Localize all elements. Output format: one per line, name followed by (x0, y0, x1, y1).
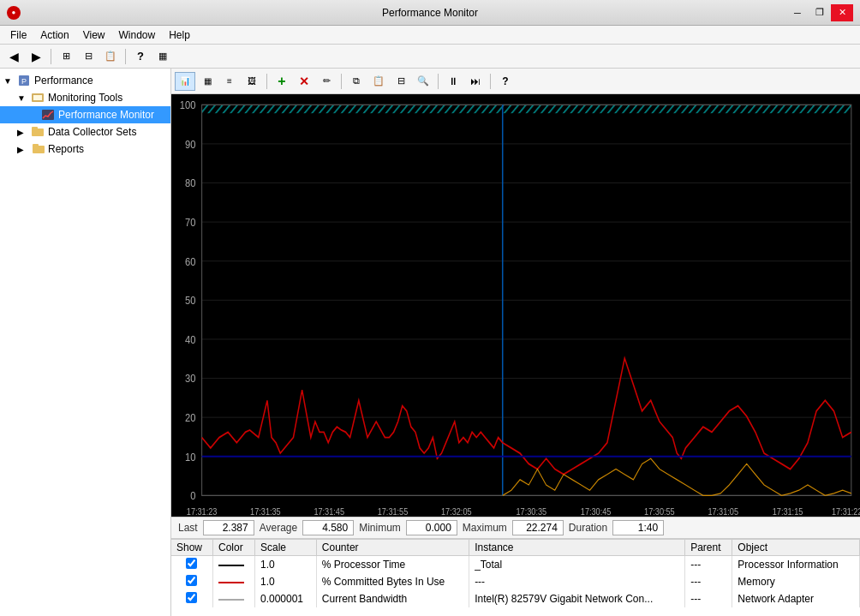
row-parent-1: --- (685, 556, 732, 574)
average-label: Average (260, 522, 297, 534)
minimum-label: Minimum (359, 522, 401, 534)
svg-text:20: 20 (185, 411, 196, 424)
show-checkbox-3[interactable] (186, 592, 197, 603)
row-counter-3: Current Bandwidth (316, 590, 469, 607)
menu-view[interactable]: View (76, 26, 112, 44)
properties2-button[interactable]: ⊟ (391, 72, 411, 91)
last-label: Last (178, 522, 198, 534)
svg-text:50: 50 (185, 294, 196, 307)
window-controls: ─ ❐ ✕ (786, 4, 853, 21)
sidebar: ▼ P Performance ▼ Monitoring Tools Perfo… (0, 69, 171, 616)
show-hide-button[interactable]: ⊞ (56, 47, 76, 66)
back-button[interactable]: ◀ (3, 47, 24, 66)
row-color-3 (212, 590, 254, 607)
next-frame-button[interactable]: ⏭ (465, 72, 486, 91)
menu-help[interactable]: Help (162, 26, 197, 44)
svg-text:60: 60 (185, 255, 196, 268)
svg-text:17:30:55: 17:30:55 (644, 506, 675, 517)
histogram-button[interactable]: ▦ (197, 72, 218, 91)
svg-text:17:30:45: 17:30:45 (581, 506, 612, 517)
duration-value: 1:40 (612, 520, 664, 535)
menu-file[interactable]: File (3, 26, 33, 44)
svg-text:17:30:35: 17:30:35 (517, 506, 547, 517)
toggle-data-collector-sets[interactable]: ▶ (17, 128, 31, 137)
sidebar-label-performance-monitor: Performance Monitor (58, 109, 154, 121)
row-counter-2: % Committed Bytes In Use (316, 573, 469, 590)
row-show-3[interactable] (171, 590, 212, 607)
graph-toolbar-sep2 (341, 74, 342, 89)
maximum-value: 22.274 (512, 520, 564, 535)
svg-text:17:31:22: 17:31:22 (832, 506, 860, 517)
add-counter-button[interactable]: + (272, 72, 292, 91)
sidebar-item-reports[interactable]: ▶ Reports (0, 141, 170, 158)
perf-monitor-icon (41, 108, 55, 122)
row-parent-2: --- (685, 573, 732, 590)
sidebar-item-monitoring-tools[interactable]: ▼ Monitoring Tools (0, 89, 170, 106)
show-checkbox-1[interactable] (186, 558, 197, 569)
graph-help-button[interactable]: ? (495, 72, 516, 91)
copy-props-button[interactable]: ⧉ (346, 72, 367, 91)
table-row[interactable]: 1.0 % Processor Time _Total --- Processo… (171, 556, 860, 574)
row-scale-1: 1.0 (254, 556, 316, 574)
row-color-2 (212, 573, 254, 590)
sidebar-label-monitoring-tools: Monitoring Tools (48, 92, 122, 104)
extra-button[interactable]: ▦ (152, 47, 173, 66)
svg-rect-33 (202, 105, 851, 113)
toggle-monitoring-tools[interactable]: ▼ (17, 93, 31, 103)
pause-button[interactable]: ⏸ (443, 72, 463, 91)
col-object: Object (732, 540, 860, 556)
counter-table: Show Color Scale Counter Instance Parent… (171, 540, 860, 607)
row-object-3: Network Adapter (732, 590, 860, 607)
svg-text:40: 40 (185, 333, 196, 346)
show-checkbox-2[interactable] (186, 575, 197, 586)
performance-icon: P (17, 74, 31, 87)
svg-text:70: 70 (185, 216, 196, 229)
row-scale-2: 1.0 (254, 573, 316, 590)
highlight-button[interactable]: ✏ (316, 72, 337, 91)
last-value: 2.387 (203, 520, 254, 535)
restore-button[interactable]: ❐ (809, 4, 831, 21)
counter-table-container[interactable]: Show Color Scale Counter Instance Parent… (171, 539, 860, 616)
row-instance-2: --- (469, 573, 685, 590)
stats-bar: Last 2.387 Average 4.580 Minimum 0.000 M… (171, 517, 860, 539)
main-container: ▼ P Performance ▼ Monitoring Tools Perfo… (0, 69, 860, 616)
help-button[interactable]: ? (130, 47, 151, 66)
properties-button[interactable]: 📋 (100, 47, 121, 66)
average-value: 4.580 (302, 520, 354, 535)
close-button[interactable]: ✕ (831, 4, 853, 21)
svg-rect-8 (33, 144, 39, 147)
row-parent-3: --- (685, 590, 732, 607)
sidebar-label-reports: Reports (48, 143, 84, 155)
toggle-reports[interactable]: ▶ (17, 145, 31, 154)
graph-area: 100 90 80 70 60 50 40 30 20 10 0 (171, 94, 860, 517)
minimize-button[interactable]: ─ (786, 4, 809, 21)
sidebar-item-data-collector-sets[interactable]: ▶ Data Collector Sets (0, 123, 170, 141)
table-row[interactable]: 1.0 % Committed Bytes In Use --- --- Mem… (171, 573, 860, 590)
sidebar-item-performance[interactable]: ▼ P Performance (0, 72, 170, 89)
menu-action[interactable]: Action (33, 26, 75, 44)
svg-text:17:31:23: 17:31:23 (187, 506, 218, 517)
delete-counter-button[interactable]: ✕ (294, 72, 314, 91)
svg-text:17:32:05: 17:32:05 (441, 506, 472, 517)
paste-counter-button[interactable]: 📋 (368, 72, 389, 91)
toggle-performance[interactable]: ▼ (3, 76, 17, 86)
content-area: 📊 ▦ ≡ 🖼 + ✕ ✏ ⧉ 📋 ⊟ 🔍 ⏸ ⏭ ? (171, 69, 860, 616)
table-row[interactable]: 0.000001 Current Bandwidth Intel(R) 8257… (171, 590, 860, 607)
row-counter-1: % Processor Time (316, 556, 469, 574)
menu-window[interactable]: Window (112, 26, 163, 44)
freeze-display-button[interactable]: 🔍 (413, 72, 433, 91)
title-bar: ● Performance Monitor ─ ❐ ✕ (0, 0, 860, 26)
main-toolbar: ◀ ▶ ⊞ ⊟ 📋 ? ▦ (0, 45, 860, 69)
view-graph-button[interactable]: 📊 (175, 72, 195, 91)
svg-text:17:31:35: 17:31:35 (250, 506, 281, 517)
change-type-button[interactable]: 🖼 (242, 72, 262, 91)
sidebar-item-performance-monitor[interactable]: Performance Monitor (0, 106, 170, 123)
minimum-value: 0.000 (406, 520, 457, 535)
report-button[interactable]: ≡ (219, 72, 240, 91)
svg-text:30: 30 (185, 372, 196, 385)
forward-button[interactable]: ▶ (26, 47, 46, 66)
row-show-1[interactable] (171, 556, 212, 574)
row-show-2[interactable] (171, 573, 212, 590)
up-one-level-button[interactable]: ⊟ (78, 47, 99, 66)
col-instance: Instance (469, 540, 685, 556)
